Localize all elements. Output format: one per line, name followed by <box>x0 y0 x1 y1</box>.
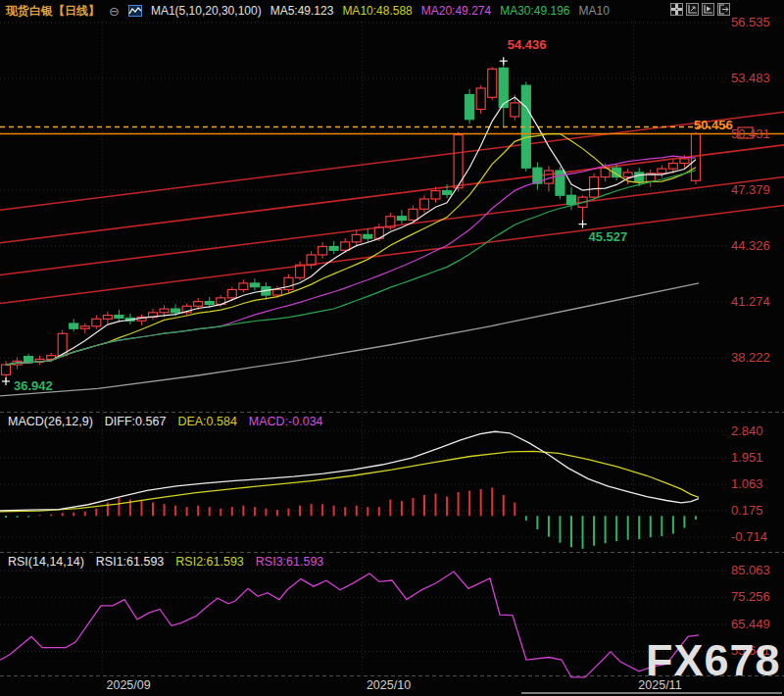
rsi-title: RSI(14,14,14) <box>8 555 84 571</box>
macd-y-tick: -0.714 <box>731 530 767 544</box>
watermark: FX678 <box>646 635 781 686</box>
main-y-tick: 50.431 <box>731 127 770 141</box>
rsi2-value: RSI2:61.593 <box>175 555 244 571</box>
rsi3-value: RSI3:61.593 <box>256 555 324 571</box>
main-y-tick: 47.379 <box>731 183 770 197</box>
annotation-low-mid: 45.527 <box>589 230 628 244</box>
annotation-low-left: 36.942 <box>14 379 53 393</box>
ma5-value: MA5:49.123 <box>270 4 334 18</box>
axis-left-icon[interactable] <box>686 3 699 16</box>
collapse-icon[interactable]: ⊖ <box>109 5 120 18</box>
last-price-label: 50.456 <box>694 119 733 132</box>
crosshair-icon[interactable] <box>670 3 683 16</box>
rsi-header: RSI(14,14,14) RSI1:61.593 RSI2:61.593 RS… <box>8 555 323 571</box>
horizontal-scrollbar[interactable] <box>521 692 782 694</box>
macd-y-tick: 2.840 <box>731 424 763 438</box>
macd-title: MACD(26,12,9) <box>8 415 93 430</box>
rsi-y-tick: 65.449 <box>731 618 770 631</box>
rsi-y-tick: 85.063 <box>731 564 770 577</box>
main-y-tick: 56.535 <box>731 16 770 29</box>
macd-diff-value: DIFF:0.567 <box>105 415 167 430</box>
axis-right-icon[interactable] <box>702 3 714 16</box>
x-axis-month: 2025/10 <box>367 678 411 692</box>
ma30-value: MA30:49.196 <box>500 4 569 18</box>
main-y-tick: 53.483 <box>731 72 770 85</box>
macd-hist-value: MACD:-0.034 <box>249 415 323 430</box>
chart-canvas <box>0 0 784 696</box>
main-y-tick: 41.274 <box>731 295 770 309</box>
chart-toolbar <box>670 3 730 16</box>
chart-header: 现货白银【日线】 ⊖ MA1(5,10,20,30,100) MA5:49.12… <box>6 2 610 20</box>
symbol-name: 现货白银 <box>6 3 53 20</box>
chart-app: 现货白银【日线】 ⊖ MA1(5,10,20,30,100) MA5:49.12… <box>0 0 784 696</box>
exit-icon[interactable] <box>717 3 730 16</box>
ma20-value: MA20:49.274 <box>421 4 491 18</box>
annotation-high: 54.436 <box>508 38 547 52</box>
macd-y-tick: 1.951 <box>731 451 763 465</box>
macd-y-tick: 0.175 <box>731 504 763 518</box>
period-selector[interactable]: 【日线】 <box>53 3 100 20</box>
main-y-tick: 38.222 <box>731 351 770 365</box>
mini-chart-icon <box>128 5 142 17</box>
main-y-tick: 44.326 <box>731 239 770 253</box>
x-axis-month: 2025/09 <box>106 678 150 692</box>
macd-dea-value: DEA:0.584 <box>177 415 236 430</box>
rsi-y-tick: 75.256 <box>731 590 770 604</box>
ma-settings-label: MA1(5,10,20,30,100) <box>151 4 262 18</box>
macd-header: MACD(26,12,9) DIFF:0.567 DEA:0.584 MACD:… <box>8 415 323 430</box>
rsi1-value: RSI1:61.593 <box>96 555 165 571</box>
macd-y-tick: 1.063 <box>731 477 763 491</box>
ma10-value: MA10:48.588 <box>342 4 412 18</box>
ma100-label: MA10 <box>579 4 610 18</box>
